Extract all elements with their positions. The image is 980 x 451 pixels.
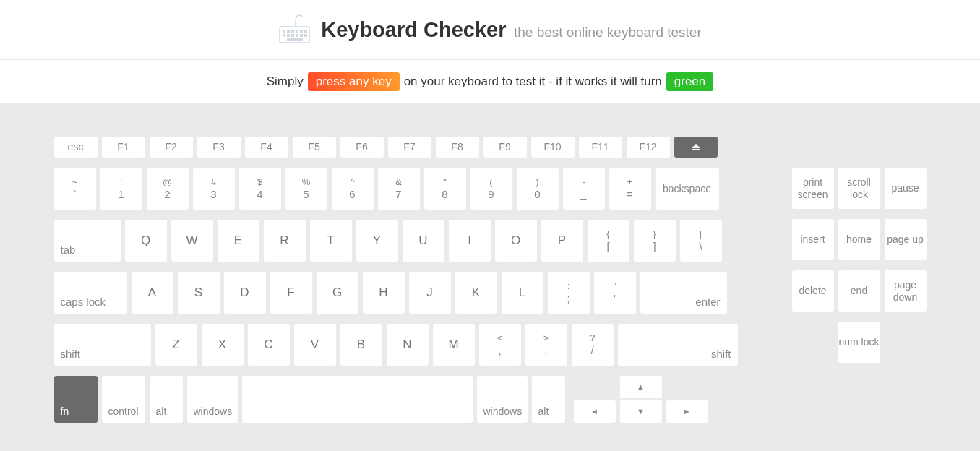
key-f12[interactable]: F12 bbox=[627, 137, 670, 158]
key-v[interactable]: V bbox=[294, 324, 336, 366]
key-backspace[interactable]: backspace bbox=[656, 168, 719, 210]
key-3[interactable]: #3 bbox=[193, 168, 235, 210]
side-keyboard: print screen scroll lock pause insert ho… bbox=[792, 168, 927, 451]
key-backslash[interactable]: |\ bbox=[680, 220, 722, 262]
key-shift-left[interactable]: shift bbox=[54, 324, 151, 366]
key-t[interactable]: T bbox=[310, 220, 352, 262]
svg-rect-11 bbox=[300, 34, 303, 37]
key-dash[interactable]: -_ bbox=[563, 168, 605, 210]
key-5[interactable]: %5 bbox=[285, 168, 327, 210]
key-l[interactable]: L bbox=[502, 272, 543, 314]
svg-rect-4 bbox=[296, 30, 298, 33]
key-slash[interactable]: ?/ bbox=[572, 324, 614, 366]
key-page-up[interactable]: page up bbox=[885, 219, 927, 260]
key-delete[interactable]: delete bbox=[792, 270, 834, 312]
key-arrow-up[interactable]: ▲ bbox=[620, 376, 662, 398]
key-f5[interactable]: F5 bbox=[293, 137, 336, 158]
key-k[interactable]: K bbox=[455, 272, 497, 314]
key-tab[interactable]: tab bbox=[54, 220, 121, 262]
key-f7[interactable]: F7 bbox=[388, 137, 431, 158]
key-f[interactable]: F bbox=[270, 272, 312, 314]
key-z[interactable]: Z bbox=[155, 324, 197, 366]
key-i[interactable]: I bbox=[449, 220, 491, 262]
key-n[interactable]: N bbox=[387, 324, 429, 366]
key-o[interactable]: O bbox=[495, 220, 537, 262]
key-alt-left[interactable]: alt bbox=[150, 376, 183, 423]
header: Keyboard Checker the best online keyboar… bbox=[0, 0, 980, 60]
svg-rect-3 bbox=[291, 30, 294, 33]
key-capslock[interactable]: caps lock bbox=[54, 272, 127, 314]
key-9[interactable]: (9 bbox=[470, 168, 512, 210]
page-subtitle: the best online keyboard tester bbox=[514, 25, 702, 40]
key-windows-right[interactable]: windows bbox=[477, 376, 528, 423]
key-eject[interactable] bbox=[674, 137, 718, 158]
key-windows-left[interactable]: windows bbox=[187, 376, 238, 423]
svg-rect-9 bbox=[291, 34, 294, 37]
key-a[interactable]: A bbox=[132, 272, 173, 314]
key-0[interactable]: )0 bbox=[517, 168, 559, 210]
key-semicolon[interactable]: :; bbox=[548, 272, 590, 314]
key-y[interactable]: Y bbox=[356, 220, 398, 262]
key-fn[interactable]: fn bbox=[54, 376, 98, 423]
key-g[interactable]: G bbox=[317, 272, 358, 314]
key-pause[interactable]: pause bbox=[885, 168, 927, 209]
key-1[interactable]: !1 bbox=[100, 168, 142, 210]
eject-icon bbox=[692, 144, 700, 148]
key-end[interactable]: end bbox=[838, 270, 880, 312]
key-scroll-lock[interactable]: scroll lock bbox=[838, 168, 880, 209]
key-f11[interactable]: F11 bbox=[579, 137, 622, 158]
key-control[interactable]: control bbox=[102, 376, 145, 423]
key-insert[interactable]: insert bbox=[792, 219, 834, 260]
key-alt-right[interactable]: alt bbox=[532, 376, 565, 423]
key-f10[interactable]: F10 bbox=[531, 137, 575, 158]
key-j[interactable]: J bbox=[409, 272, 451, 314]
key-p[interactable]: P bbox=[541, 220, 583, 262]
key-f9[interactable]: F9 bbox=[483, 137, 527, 158]
key-d[interactable]: D bbox=[224, 272, 266, 314]
key-space[interactable] bbox=[242, 376, 473, 423]
key-arrow-left[interactable]: ◄ bbox=[574, 400, 616, 423]
key-page-down[interactable]: page down bbox=[885, 270, 927, 312]
key-left-bracket[interactable]: {[ bbox=[588, 220, 629, 262]
key-w[interactable]: W bbox=[171, 220, 213, 262]
key-f3[interactable]: F3 bbox=[197, 137, 241, 158]
key-q[interactable]: Q bbox=[125, 220, 167, 262]
key-4[interactable]: $4 bbox=[239, 168, 281, 210]
key-period[interactable]: >. bbox=[525, 324, 567, 366]
key-u[interactable]: U bbox=[403, 220, 444, 262]
svg-rect-7 bbox=[283, 34, 285, 37]
key-quote[interactable]: "' bbox=[594, 272, 636, 314]
key-f1[interactable]: F1 bbox=[102, 137, 145, 158]
key-shift-right[interactable]: shift bbox=[618, 324, 738, 366]
key-arrow-down[interactable]: ▼ bbox=[620, 400, 662, 423]
svg-rect-8 bbox=[287, 34, 290, 37]
key-esc[interactable]: esc bbox=[54, 137, 98, 158]
key-6[interactable]: ^6 bbox=[332, 168, 374, 210]
key-backtick[interactable]: ~` bbox=[54, 168, 96, 210]
key-right-bracket[interactable]: }] bbox=[634, 220, 676, 262]
key-h[interactable]: H bbox=[363, 272, 405, 314]
key-f6[interactable]: F6 bbox=[340, 137, 384, 158]
key-x[interactable]: X bbox=[202, 324, 244, 366]
key-b[interactable]: B bbox=[340, 324, 382, 366]
key-enter[interactable]: enter bbox=[640, 272, 727, 314]
key-f8[interactable]: F8 bbox=[436, 137, 479, 158]
key-2[interactable]: @2 bbox=[147, 168, 189, 210]
key-r[interactable]: R bbox=[264, 220, 306, 262]
keyboard-area: esc F1 F2 F3 F4 F5 F6 F7 F8 F9 F10 F11 F… bbox=[0, 103, 980, 451]
page-title: Keyboard Checker bbox=[321, 18, 506, 41]
key-f2[interactable]: F2 bbox=[150, 137, 193, 158]
key-7[interactable]: &7 bbox=[378, 168, 420, 210]
key-home[interactable]: home bbox=[838, 219, 880, 260]
key-e[interactable]: E bbox=[218, 220, 259, 262]
key-c[interactable]: C bbox=[248, 324, 290, 366]
key-print-screen[interactable]: print screen bbox=[792, 168, 834, 209]
key-f4[interactable]: F4 bbox=[245, 137, 288, 158]
key-m[interactable]: M bbox=[433, 324, 475, 366]
key-arrow-right[interactable]: ► bbox=[666, 400, 708, 423]
key-num-lock[interactable]: num lock bbox=[838, 322, 880, 363]
key-comma[interactable]: <, bbox=[479, 324, 521, 366]
key-s[interactable]: S bbox=[178, 272, 220, 314]
key-equals[interactable]: += bbox=[609, 168, 651, 210]
key-8[interactable]: *8 bbox=[424, 168, 466, 210]
